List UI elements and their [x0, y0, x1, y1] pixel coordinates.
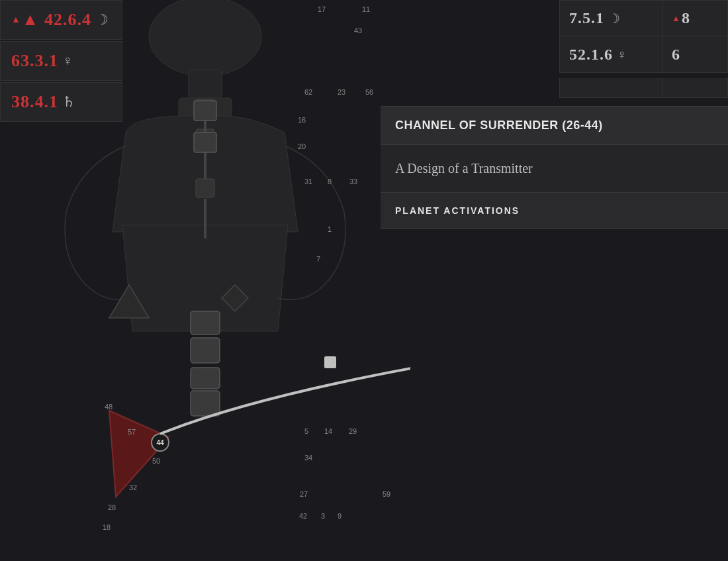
svg-rect-8	[194, 101, 216, 121]
top-stat-value-2: 8	[682, 9, 690, 27]
moon-symbol-1: ☽	[95, 11, 109, 28]
svg-text:32: 32	[129, 484, 137, 491]
svg-text:18: 18	[103, 523, 111, 531]
channel-title: CHANNEL OF SURRENDER (26-44)	[395, 119, 603, 132]
svg-rect-1	[189, 70, 222, 99]
svg-marker-16	[109, 411, 169, 497]
svg-point-0	[149, 0, 261, 76]
svg-rect-9	[194, 132, 216, 152]
moon-symbol-2: ☽	[608, 11, 620, 26]
top-stat-card-4: 6	[662, 36, 728, 73]
svg-text:20: 20	[298, 142, 306, 150]
svg-text:57: 57	[128, 428, 136, 436]
svg-text:3: 3	[321, 512, 325, 520]
svg-text:23: 23	[338, 88, 345, 96]
svg-rect-10	[191, 338, 220, 363]
svg-text:27: 27	[300, 490, 308, 498]
stat-value-3: 38.4.1	[11, 92, 58, 112]
stat-card-1: ▲ ▲ 42.6.4 ☽	[0, 0, 122, 40]
stat-value-1: ▲ 42.6.4	[22, 10, 91, 30]
svg-rect-13	[191, 368, 220, 389]
svg-text:5: 5	[304, 427, 308, 435]
planet-activations-label: PLANET ACTIVATIONS	[395, 205, 520, 216]
svg-text:16: 16	[298, 116, 306, 124]
svg-text:9: 9	[338, 512, 341, 520]
svg-text:29: 29	[349, 427, 357, 435]
venus-symbol-2: ♀	[617, 47, 627, 62]
svg-text:43: 43	[354, 26, 362, 34]
svg-text:62: 62	[304, 88, 312, 96]
svg-text:28: 28	[108, 503, 116, 511]
svg-text:42: 42	[299, 512, 307, 520]
top-stat-value-3: 52.1.6	[569, 46, 613, 64]
venus-symbol-1: ♀	[62, 52, 73, 70]
svg-rect-11	[191, 311, 220, 334]
planet-activations-section: PLANET ACTIVATIONS	[381, 193, 728, 229]
svg-text:17: 17	[318, 5, 326, 13]
right-stats-row3	[559, 78, 728, 98]
svg-rect-31	[324, 356, 336, 368]
triangle-icon-1: ▲	[11, 15, 21, 25]
svg-text:48: 48	[105, 403, 113, 411]
channel-subtitle: A Design of a Transmitter	[395, 161, 533, 176]
svg-rect-5	[196, 179, 214, 197]
channel-subtitle-section: A Design of a Transmitter	[381, 145, 728, 193]
svg-text:34: 34	[304, 454, 312, 462]
svg-text:33: 33	[349, 178, 357, 185]
top-stat-card-3: 52.1.6 ♀	[559, 36, 662, 73]
top-right-stats: 7.5.1 ☽ 52.1.6 ♀ ▲ 8 6	[559, 0, 728, 73]
top-stat-card-2: ▲ 8	[662, 0, 728, 36]
svg-text:50: 50	[152, 457, 160, 465]
top-stat-value-4: 6	[672, 46, 680, 64]
svg-text:31: 31	[304, 178, 312, 185]
top-stat-card-1: 7.5.1 ☽	[559, 0, 662, 36]
top-stat-value-1: 7.5.1	[569, 9, 604, 27]
channel-info-panel: CHANNEL OF SURRENDER (26-44) A Design of…	[381, 106, 728, 229]
svg-text:14: 14	[324, 427, 332, 435]
stat-card-3: 38.4.1 ♄	[0, 82, 122, 122]
triangle-icon-2: ▲	[672, 13, 680, 24]
svg-text:59: 59	[383, 490, 390, 498]
stat-card-2: 63.3.1 ♀	[0, 41, 122, 81]
channel-title-section: CHANNEL OF SURRENDER (26-44)	[381, 106, 728, 145]
saturn-symbol-1: ♄	[62, 93, 75, 111]
svg-text:56: 56	[365, 88, 373, 96]
left-stat-cards: ▲ ▲ 42.6.4 ☽ 63.3.1 ♀ 38.4.1 ♄	[0, 0, 122, 123]
stat-value-2: 63.3.1	[11, 51, 58, 71]
svg-text:11: 11	[362, 5, 370, 13]
svg-text:1: 1	[328, 225, 332, 233]
svg-text:7: 7	[316, 255, 320, 263]
svg-text:8: 8	[328, 178, 332, 185]
svg-rect-12	[191, 391, 220, 416]
svg-text:44: 44	[156, 439, 164, 446]
